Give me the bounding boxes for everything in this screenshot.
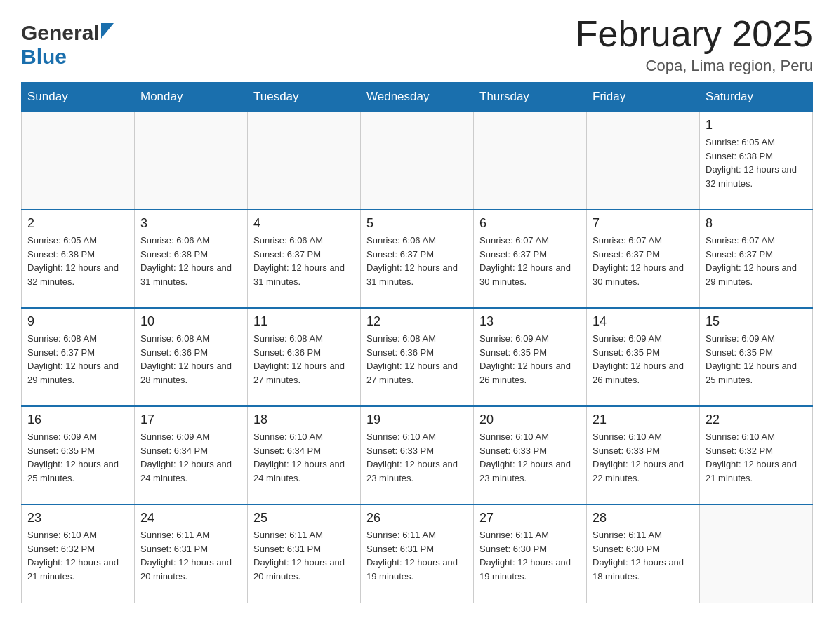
day-info: Sunrise: 6:11 AMSunset: 6:31 PMDaylight:…: [366, 528, 468, 583]
day-number: 4: [253, 216, 355, 231]
day-info: Sunrise: 6:05 AMSunset: 6:38 PMDaylight:…: [706, 135, 807, 190]
day-number: 6: [479, 216, 581, 231]
weekday-header-tuesday: Tuesday: [248, 83, 361, 112]
calendar-cell: 23Sunrise: 6:10 AMSunset: 6:32 PMDayligh…: [22, 504, 135, 603]
calendar-cell: [587, 112, 700, 210]
calendar-body: 1Sunrise: 6:05 AMSunset: 6:38 PMDaylight…: [22, 112, 813, 603]
day-info: Sunrise: 6:11 AMSunset: 6:30 PMDaylight:…: [479, 528, 581, 583]
calendar-cell: 6Sunrise: 6:07 AMSunset: 6:37 PMDaylight…: [474, 210, 587, 308]
logo-blue-text: Blue: [21, 45, 67, 69]
day-number: 9: [27, 314, 128, 329]
calendar-week-1: 1Sunrise: 6:05 AMSunset: 6:38 PMDaylight…: [22, 112, 813, 210]
calendar-cell: 11Sunrise: 6:08 AMSunset: 6:36 PMDayligh…: [248, 308, 361, 406]
day-info: Sunrise: 6:10 AMSunset: 6:33 PMDaylight:…: [366, 430, 468, 485]
calendar-cell: 12Sunrise: 6:08 AMSunset: 6:36 PMDayligh…: [361, 308, 474, 406]
weekday-header-friday: Friday: [587, 83, 700, 112]
calendar-header: SundayMondayTuesdayWednesdayThursdayFrid…: [22, 83, 813, 112]
calendar-cell: 21Sunrise: 6:10 AMSunset: 6:33 PMDayligh…: [587, 406, 700, 504]
calendar-cell: 18Sunrise: 6:10 AMSunset: 6:34 PMDayligh…: [248, 406, 361, 504]
day-info: Sunrise: 6:11 AMSunset: 6:31 PMDaylight:…: [253, 528, 355, 583]
calendar-week-5: 23Sunrise: 6:10 AMSunset: 6:32 PMDayligh…: [22, 504, 813, 603]
day-number: 18: [253, 412, 355, 427]
day-number: 24: [140, 511, 241, 525]
page-header: General Blue February 2025 Copa, Lima re…: [21, 14, 813, 75]
day-info: Sunrise: 6:11 AMSunset: 6:31 PMDaylight:…: [140, 528, 241, 583]
weekday-header-monday: Monday: [135, 83, 248, 112]
day-number: 26: [366, 511, 468, 525]
day-info: Sunrise: 6:07 AMSunset: 6:37 PMDaylight:…: [593, 234, 694, 288]
day-info: Sunrise: 6:06 AMSunset: 6:37 PMDaylight:…: [253, 234, 355, 288]
day-info: Sunrise: 6:10 AMSunset: 6:33 PMDaylight:…: [479, 430, 581, 485]
calendar-cell: 19Sunrise: 6:10 AMSunset: 6:33 PMDayligh…: [361, 406, 474, 504]
day-number: 16: [27, 412, 128, 427]
calendar-cell: [22, 112, 135, 210]
day-info: Sunrise: 6:05 AMSunset: 6:38 PMDaylight:…: [27, 234, 128, 288]
location-text: Copa, Lima region, Peru: [576, 57, 813, 75]
day-info: Sunrise: 6:07 AMSunset: 6:37 PMDaylight:…: [706, 234, 807, 288]
day-info: Sunrise: 6:06 AMSunset: 6:37 PMDaylight:…: [366, 234, 468, 288]
day-number: 22: [706, 412, 807, 427]
calendar-cell: 24Sunrise: 6:11 AMSunset: 6:31 PMDayligh…: [135, 504, 248, 603]
day-number: 20: [479, 412, 581, 427]
calendar-cell: [248, 112, 361, 210]
calendar-cell: 2Sunrise: 6:05 AMSunset: 6:38 PMDaylight…: [22, 210, 135, 308]
day-info: Sunrise: 6:08 AMSunset: 6:37 PMDaylight:…: [27, 332, 128, 387]
day-info: Sunrise: 6:09 AMSunset: 6:35 PMDaylight:…: [706, 332, 807, 387]
calendar-cell: 3Sunrise: 6:06 AMSunset: 6:38 PMDaylight…: [135, 210, 248, 308]
calendar-cell: 9Sunrise: 6:08 AMSunset: 6:37 PMDaylight…: [22, 308, 135, 406]
logo-triangle-icon: [101, 23, 114, 41]
day-info: Sunrise: 6:09 AMSunset: 6:35 PMDaylight:…: [593, 332, 694, 387]
weekday-header-thursday: Thursday: [474, 83, 587, 112]
calendar-week-4: 16Sunrise: 6:09 AMSunset: 6:35 PMDayligh…: [22, 406, 813, 504]
calendar-cell: [135, 112, 248, 210]
day-number: 25: [253, 511, 355, 525]
calendar-cell: [700, 504, 813, 603]
day-number: 15: [706, 314, 807, 329]
calendar-cell: 1Sunrise: 6:05 AMSunset: 6:38 PMDaylight…: [700, 112, 813, 210]
day-number: 7: [593, 216, 694, 231]
weekday-header-saturday: Saturday: [700, 83, 813, 112]
calendar-cell: 26Sunrise: 6:11 AMSunset: 6:31 PMDayligh…: [361, 504, 474, 603]
day-number: 19: [366, 412, 468, 427]
calendar-cell: 7Sunrise: 6:07 AMSunset: 6:37 PMDaylight…: [587, 210, 700, 308]
logo-general-text: General: [21, 21, 100, 45]
day-number: 23: [27, 511, 128, 525]
day-number: 12: [366, 314, 468, 329]
weekday-header-row: SundayMondayTuesdayWednesdayThursdayFrid…: [22, 83, 813, 112]
calendar-cell: 17Sunrise: 6:09 AMSunset: 6:34 PMDayligh…: [135, 406, 248, 504]
month-title: February 2025: [576, 14, 813, 54]
calendar-cell: [361, 112, 474, 210]
calendar-cell: [474, 112, 587, 210]
calendar-cell: 4Sunrise: 6:06 AMSunset: 6:37 PMDaylight…: [248, 210, 361, 308]
day-info: Sunrise: 6:10 AMSunset: 6:33 PMDaylight:…: [593, 430, 694, 485]
day-number: 17: [140, 412, 241, 427]
calendar-week-3: 9Sunrise: 6:08 AMSunset: 6:37 PMDaylight…: [22, 308, 813, 406]
day-info: Sunrise: 6:10 AMSunset: 6:32 PMDaylight:…: [27, 528, 128, 583]
day-info: Sunrise: 6:08 AMSunset: 6:36 PMDaylight:…: [140, 332, 241, 387]
day-number: 28: [593, 511, 694, 525]
day-info: Sunrise: 6:10 AMSunset: 6:34 PMDaylight:…: [253, 430, 355, 485]
day-number: 8: [706, 216, 807, 231]
calendar-cell: 27Sunrise: 6:11 AMSunset: 6:30 PMDayligh…: [474, 504, 587, 603]
day-info: Sunrise: 6:09 AMSunset: 6:34 PMDaylight:…: [140, 430, 241, 485]
day-number: 14: [593, 314, 694, 329]
day-info: Sunrise: 6:08 AMSunset: 6:36 PMDaylight:…: [366, 332, 468, 387]
svg-marker-0: [101, 23, 114, 39]
day-number: 5: [366, 216, 468, 231]
day-number: 2: [27, 216, 128, 231]
calendar-cell: 22Sunrise: 6:10 AMSunset: 6:32 PMDayligh…: [700, 406, 813, 504]
day-number: 27: [479, 511, 581, 525]
calendar-table: SundayMondayTuesdayWednesdayThursdayFrid…: [21, 82, 813, 603]
calendar-cell: 5Sunrise: 6:06 AMSunset: 6:37 PMDaylight…: [361, 210, 474, 308]
day-info: Sunrise: 6:07 AMSunset: 6:37 PMDaylight:…: [479, 234, 581, 288]
calendar-cell: 20Sunrise: 6:10 AMSunset: 6:33 PMDayligh…: [474, 406, 587, 504]
calendar-cell: 14Sunrise: 6:09 AMSunset: 6:35 PMDayligh…: [587, 308, 700, 406]
calendar-cell: 13Sunrise: 6:09 AMSunset: 6:35 PMDayligh…: [474, 308, 587, 406]
day-info: Sunrise: 6:09 AMSunset: 6:35 PMDaylight:…: [27, 430, 128, 485]
calendar-cell: 8Sunrise: 6:07 AMSunset: 6:37 PMDaylight…: [700, 210, 813, 308]
day-info: Sunrise: 6:11 AMSunset: 6:30 PMDaylight:…: [593, 528, 694, 583]
calendar-cell: 15Sunrise: 6:09 AMSunset: 6:35 PMDayligh…: [700, 308, 813, 406]
weekday-header-sunday: Sunday: [22, 83, 135, 112]
calendar-week-2: 2Sunrise: 6:05 AMSunset: 6:38 PMDaylight…: [22, 210, 813, 308]
day-number: 11: [253, 314, 355, 329]
